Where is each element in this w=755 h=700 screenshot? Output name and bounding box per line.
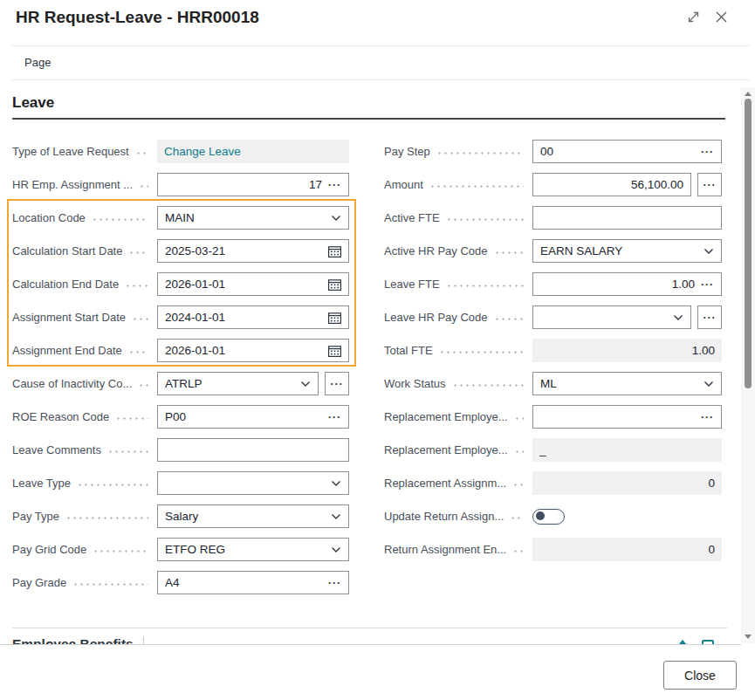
field-value: ETFO REG — [165, 543, 325, 556]
ellipsis-button[interactable]: ··· — [697, 173, 722, 196]
field-value: A4 — [165, 576, 322, 589]
calendar-icon[interactable] — [328, 245, 341, 257]
field-label: HR Emp. Assignment ... — [12, 178, 157, 191]
field-row: Total FTE1.00 — [384, 339, 722, 362]
field-row: Pay Grid CodeETFO REG — [12, 538, 349, 561]
field-label: Replacement Employe... — [384, 443, 532, 456]
field-label: Leave FTE — [384, 278, 532, 291]
ellipsis-icon[interactable]: ··· — [701, 413, 714, 422]
calendar-icon[interactable] — [328, 312, 341, 324]
ellipsis-icon[interactable]: ··· — [701, 280, 714, 289]
dotted-leader — [72, 583, 148, 586]
highlighted-field-group: Location CodeMAINCalculation Start Date2… — [7, 199, 356, 367]
field-row: Calculation End Date2026-01-01 — [12, 272, 349, 296]
readonly-field: _ — [532, 438, 722, 462]
chevron-down-icon[interactable] — [704, 248, 714, 255]
dropdown-field[interactable]: MAIN — [157, 206, 349, 230]
text-field[interactable]: 00··· — [532, 140, 722, 163]
chevron-down-icon[interactable] — [331, 513, 341, 520]
field-row: Assignment Start Date2024-01-01 — [12, 305, 349, 329]
field-row: Leave Comments — [12, 438, 349, 462]
dotted-leader — [77, 484, 148, 486]
dotted-leader — [429, 185, 524, 188]
date-field[interactable]: 2024-01-01 — [157, 305, 349, 329]
field-label: Pay Type — [12, 510, 157, 523]
scrollbar-up-icon[interactable] — [745, 92, 752, 96]
dropdown-field[interactable]: ML — [532, 372, 722, 395]
field-label: Leave Type — [12, 477, 157, 490]
text-field[interactable] — [157, 438, 349, 462]
separator — [12, 45, 749, 46]
text-field[interactable] — [532, 206, 722, 230]
dropdown-field[interactable] — [532, 305, 691, 329]
ellipsis-icon[interactable]: ··· — [328, 181, 341, 189]
field-value: MAIN — [165, 211, 325, 224]
calendar-icon[interactable] — [328, 278, 341, 291]
date-field[interactable]: 2026-01-01 — [157, 339, 349, 362]
dotted-leader — [446, 285, 524, 287]
dotted-leader — [139, 185, 148, 188]
field-value: 1.00 — [539, 344, 715, 357]
field-label: Assignment End Date — [12, 344, 157, 357]
field-row: Calculation Start Date2025-03-21 — [12, 239, 349, 263]
dropdown-field[interactable]: EARN SALARY — [532, 239, 722, 263]
ellipsis-icon[interactable]: ··· — [328, 413, 341, 422]
dotted-leader — [65, 517, 148, 519]
menu-item-page[interactable]: Page — [24, 56, 51, 69]
chevron-down-icon[interactable] — [300, 381, 311, 388]
dotted-leader — [135, 152, 148, 154]
dropdown-field[interactable] — [157, 471, 349, 495]
field-label: Replacement Employe... — [384, 410, 532, 423]
field-row: Pay Step00··· — [384, 140, 722, 163]
text-field[interactable]: ··· — [532, 405, 722, 429]
chevron-down-icon[interactable] — [673, 314, 683, 321]
text-field[interactable]: 1.00··· — [532, 272, 722, 296]
chevron-down-icon[interactable] — [331, 215, 341, 222]
text-field[interactable]: 17··· — [157, 173, 349, 196]
dropdown-field[interactable]: ATRLP — [157, 372, 319, 395]
dotted-leader — [439, 351, 524, 353]
dotted-leader — [510, 517, 524, 519]
expand-icon[interactable] — [683, 7, 703, 26]
dropdown-field[interactable]: Salary — [157, 504, 349, 528]
ellipsis-icon[interactable]: ··· — [328, 579, 341, 587]
field-value: 2026-01-01 — [165, 344, 322, 357]
scrollbar-down-icon[interactable] — [745, 635, 752, 639]
field-label: Return Assignment En... — [384, 543, 532, 556]
text-field[interactable]: A4··· — [157, 571, 349, 594]
field-row: Leave HR Pay Code··· — [384, 305, 722, 329]
close-icon[interactable] — [711, 7, 731, 26]
ellipsis-button[interactable]: ··· — [325, 372, 349, 395]
chevron-down-icon[interactable] — [331, 480, 341, 487]
field-label: Pay Grade — [12, 576, 157, 589]
calendar-icon[interactable] — [328, 345, 341, 357]
field-label: Leave HR Pay Code — [384, 311, 532, 324]
fasttab-employee-benefits[interactable]: Employee Benefits — [12, 635, 727, 644]
form-column-right: Pay Step00···Amount56,100.00···Active FT… — [384, 140, 722, 571]
chevron-down-icon[interactable] — [704, 381, 714, 388]
text-field[interactable]: 56,100.00 — [532, 173, 691, 196]
toggle-switch[interactable] — [532, 509, 565, 525]
toggle-knob — [536, 511, 545, 520]
close-button[interactable]: Close — [663, 661, 737, 690]
section-title-leave: Leave — [12, 94, 54, 112]
dropdown-field[interactable]: ETFO REG — [157, 538, 349, 561]
field-label: Calculation End Date — [12, 278, 157, 291]
field-value: 00 — [540, 145, 695, 158]
field-label: Pay Step — [384, 145, 532, 158]
field-value: 0 — [539, 543, 715, 556]
field-row: Assignment End Date2026-01-01 — [12, 339, 349, 362]
chevron-down-icon[interactable] — [331, 546, 341, 553]
field-label: Total FTE — [384, 344, 532, 357]
dotted-leader — [514, 450, 524, 453]
ellipsis-button[interactable]: ··· — [697, 305, 722, 329]
scrollbar-thumb[interactable] — [745, 99, 752, 388]
field-label: Update Return Assign... — [384, 510, 532, 523]
date-field[interactable]: 2025-03-21 — [157, 239, 349, 263]
date-field[interactable]: 2026-01-01 — [157, 272, 349, 296]
ellipsis-icon[interactable]: ··· — [701, 148, 714, 156]
field-row: Return Assignment En...0 — [384, 538, 722, 561]
text-field[interactable]: P00··· — [157, 405, 349, 429]
separator — [12, 79, 749, 80]
vertical-scrollbar[interactable] — [741, 87, 755, 643]
